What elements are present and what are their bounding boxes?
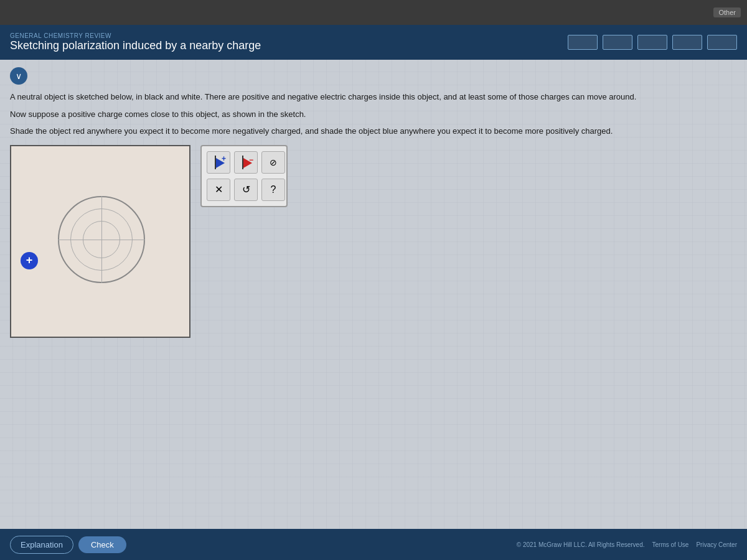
crosshair-vertical — [101, 196, 102, 283]
plus-sign: + — [222, 154, 226, 163]
explanation-button[interactable]: Explanation — [10, 536, 73, 554]
header-subtitle: GENERAL CHEMISTRY REVIEW — [10, 32, 261, 39]
clear-label: ✕ — [215, 184, 223, 195]
nav-box-1[interactable] — [568, 35, 598, 50]
eraser-icon: ⊘ — [270, 157, 277, 167]
flag-minus-icon: − — [240, 156, 252, 169]
undo-tool[interactable]: ↺ — [234, 179, 258, 201]
undo-label: ↺ — [242, 184, 250, 195]
drawing-canvas[interactable]: + — [10, 145, 190, 338]
eraser-tool[interactable]: ⊘ — [261, 151, 285, 174]
footer-left: Explanation Check — [10, 536, 126, 554]
flag-plus-icon: + — [212, 156, 225, 169]
positive-charge: + — [21, 252, 38, 269]
nav-box-4[interactable] — [672, 35, 702, 50]
other-button[interactable]: Other — [713, 7, 741, 17]
nav-box-3[interactable] — [637, 35, 667, 50]
browser-bar: Other — [0, 0, 747, 25]
nav-box-5[interactable] — [707, 35, 737, 50]
header-title: Sketching polarization induced by a near… — [10, 39, 261, 52]
terms-link[interactable]: Terms of Use — [652, 541, 689, 548]
footer-right: © 2021 McGraw Hill LLC. All Rights Reser… — [517, 541, 737, 548]
drawing-toolbar: + − ⊘ ✕ ↺ — [200, 145, 288, 207]
minus-sign: − — [249, 156, 253, 164]
collapse-button[interactable]: ∨ — [10, 67, 27, 85]
help-label: ? — [271, 184, 276, 195]
header-nav — [568, 35, 737, 50]
check-button[interactable]: Check — [78, 536, 126, 553]
clear-tool[interactable]: ✕ — [207, 179, 230, 201]
nav-box-2[interactable] — [603, 35, 632, 50]
app-header: GENERAL CHEMISTRY REVIEW Sketching polar… — [0, 25, 747, 60]
instruction-1: A neutral object is sketched below, in b… — [10, 91, 737, 103]
instruction-3: Shade the object red anywhere you expect… — [10, 125, 737, 138]
header-left: GENERAL CHEMISTRY REVIEW Sketching polar… — [10, 32, 261, 52]
flag-minus-tool[interactable]: − — [234, 151, 258, 174]
main-content: ∨ A neutral object is sketched below, in… — [0, 60, 747, 529]
help-tool[interactable]: ? — [261, 179, 285, 201]
canvas-area: + + − ⊘ — [10, 145, 737, 338]
privacy-link[interactable]: Privacy Center — [696, 541, 737, 548]
copyright-text: © 2021 McGraw Hill LLC. All Rights Reser… — [517, 541, 645, 548]
footer-bar: Explanation Check © 2021 McGraw Hill LLC… — [0, 529, 747, 560]
instruction-2: Now suppose a positive charge comes clos… — [10, 108, 737, 121]
flag-plus-tool[interactable]: + — [207, 151, 230, 174]
